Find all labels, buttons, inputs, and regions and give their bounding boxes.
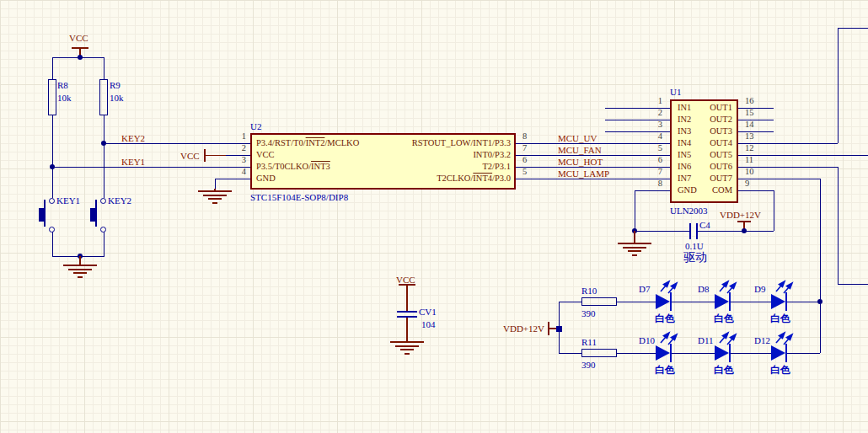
led-color-label: 白色 xyxy=(714,363,734,377)
u1-pin-name-OUT6: OUT6 xyxy=(670,161,732,173)
key1-terminal xyxy=(49,227,55,233)
ground-bar xyxy=(78,276,83,278)
ground-stem xyxy=(79,256,81,265)
c4-designator[interactable]: C4 xyxy=(699,220,710,230)
vdd12-power-label[interactable]: VDD+12V xyxy=(720,210,761,220)
net-label-mcu-fan[interactable]: MCU_FAN xyxy=(558,145,602,155)
r10-value: 390 xyxy=(581,308,596,318)
cv1-capacitor-plate[interactable] xyxy=(397,316,417,318)
pin-name-segment: OUT4 xyxy=(710,138,732,147)
wire-segment xyxy=(787,334,793,340)
wire-segment xyxy=(215,179,250,179)
u2-pin-number-3: 3 xyxy=(229,155,246,165)
led-color-label: 白色 xyxy=(714,312,734,326)
wire-segment xyxy=(838,28,839,143)
cv1-designator[interactable]: CV1 xyxy=(419,307,437,317)
key2-terminal xyxy=(100,227,106,233)
led-designator: D12 xyxy=(754,335,770,345)
pin-name-segment: T2CLKO/ xyxy=(437,174,473,183)
wire-segment xyxy=(617,353,656,354)
r8-designator: R8 xyxy=(57,80,68,90)
wire-segment xyxy=(696,231,744,232)
u1-pin-number-1: 1 xyxy=(644,96,662,106)
wire-segment xyxy=(661,333,677,345)
u2-part-number[interactable]: STC15F104E-SOP8/DIP8 xyxy=(250,192,348,202)
net-label-mcu-lamp[interactable]: MCU_LAMP xyxy=(558,168,609,179)
u1-designator[interactable]: U1 xyxy=(670,87,681,97)
pin-name-segment: OUT6 xyxy=(710,162,732,171)
wire-segment xyxy=(406,285,408,311)
wire-segment xyxy=(52,57,53,79)
r11-designator: R11 xyxy=(581,337,597,347)
ground-bar xyxy=(198,190,232,192)
pin-name-segment: OUT3 xyxy=(710,126,732,136)
key2-actuator-icon xyxy=(90,208,96,222)
wire-segment xyxy=(731,353,771,354)
u1-pin-name-OUT2: OUT2 xyxy=(670,114,732,126)
pin-name-segment: T2/P3.1 xyxy=(482,162,511,171)
vcc-power-label[interactable]: VCC xyxy=(69,33,88,43)
wire-segment xyxy=(668,287,673,293)
cv1-capacitor-plate[interactable] xyxy=(397,311,417,313)
ground-bar xyxy=(212,202,217,204)
c4-value: 0.1U xyxy=(685,241,704,251)
wire-segment xyxy=(838,284,868,285)
wire-segment xyxy=(205,155,226,156)
ground-bar xyxy=(395,345,419,347)
driver-caption[interactable]: 驱动 xyxy=(683,251,707,265)
u1-pin-name-COM: COM xyxy=(670,184,732,196)
junction-dot xyxy=(50,164,55,169)
wire-segment xyxy=(776,333,792,345)
u1-pin-name-OUT1: OUT1 xyxy=(670,102,732,114)
pin-name-segment: INT0/P3.2 xyxy=(473,150,511,159)
pin-name-segment: RSTOUT_LOW/INT1/P3.3 xyxy=(412,138,511,147)
pin-name-segment: INT4 xyxy=(473,174,492,183)
wire-segment xyxy=(774,277,795,296)
wire-segment xyxy=(672,334,678,340)
resistor-r8[interactable] xyxy=(48,79,56,115)
junction-dot xyxy=(556,326,562,332)
wire-segment xyxy=(559,302,581,302)
led-emission-arrows-icon xyxy=(718,277,738,299)
wire-segment xyxy=(774,190,774,231)
u1-pin-number-10: 10 xyxy=(745,167,754,177)
wire-segment xyxy=(52,232,53,256)
net-label-key2[interactable]: KEY2 xyxy=(121,133,145,143)
wire-segment xyxy=(720,286,725,291)
u2-pin-number-5: 5 xyxy=(522,167,527,177)
key2-designator: KEY2 xyxy=(108,195,131,206)
r9-designator: R9 xyxy=(110,80,121,90)
wire-segment xyxy=(659,329,679,347)
u2-pin-name-7: INT0/P3.2 xyxy=(250,149,511,161)
vcc-power-label[interactable]: VCC xyxy=(180,151,200,161)
vdd12-power-label[interactable]: VDD+12V xyxy=(503,323,544,334)
net-label-key1[interactable]: KEY1 xyxy=(121,157,145,167)
u1-pin-number-6: 6 xyxy=(644,155,662,165)
vcc-power-label[interactable]: VCC xyxy=(396,275,415,285)
wire-segment xyxy=(52,115,53,198)
u2-pin-number-8: 8 xyxy=(522,131,527,142)
wire-segment xyxy=(838,167,839,284)
resistor-r10[interactable] xyxy=(581,297,617,306)
u1-pin-number-2: 2 xyxy=(644,108,662,118)
wire-segment xyxy=(664,333,670,339)
wire-segment xyxy=(776,286,781,291)
resistor-r11[interactable] xyxy=(581,349,617,357)
wire-segment xyxy=(559,353,581,354)
wire-segment xyxy=(52,167,250,168)
net-label-mcu-uv[interactable]: MCU_UV xyxy=(558,133,597,143)
net-label-mcu-hot[interactable]: MCU_HOT xyxy=(558,157,603,167)
r11-value: 390 xyxy=(581,360,596,370)
wire-segment xyxy=(727,287,732,293)
u1-pin-number-16: 16 xyxy=(745,96,754,106)
u1-pin-name-OUT4: OUT4 xyxy=(670,137,732,149)
wire-segment xyxy=(780,333,785,339)
wire-segment xyxy=(787,302,820,302)
u1-part-number[interactable]: ULN2003 xyxy=(670,206,708,216)
pin-name-segment: OUT2 xyxy=(710,115,732,124)
resistor-r9[interactable] xyxy=(99,79,108,115)
wire-segment xyxy=(661,286,666,291)
u1-pin-number-14: 14 xyxy=(745,120,754,130)
u2-designator[interactable]: U2 xyxy=(250,121,261,131)
junction-dot xyxy=(742,228,747,233)
